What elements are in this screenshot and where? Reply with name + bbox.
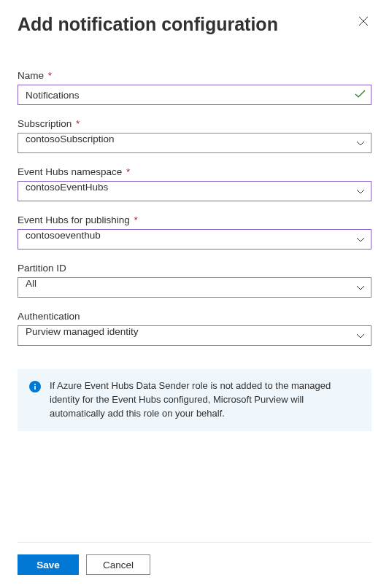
name-label: Name * xyxy=(18,70,371,81)
subscription-label-text: Subscription xyxy=(18,118,72,129)
save-button[interactable]: Save xyxy=(18,554,79,575)
field-eventhubs-publishing: Event Hubs for publishing * contosoevent… xyxy=(18,214,371,249)
eventhubs-namespace-label-text: Event Hubs namespace xyxy=(18,166,122,177)
field-name: Name * xyxy=(18,70,371,105)
authentication-label-text: Authentication xyxy=(18,311,80,322)
partition-id-select[interactable]: All xyxy=(18,277,371,298)
eventhubs-namespace-select[interactable]: contosoEventHubs xyxy=(18,181,371,201)
field-partition-id: Partition ID All xyxy=(18,263,371,298)
field-authentication: Authentication Purview managed identity xyxy=(18,311,371,346)
subscription-select-wrapper: contosoSubscription xyxy=(18,133,371,153)
authentication-select-wrapper: Purview managed identity xyxy=(18,325,371,346)
eventhubs-publishing-select-wrapper: contosoeventhub xyxy=(18,229,371,249)
panel-header: Add notification configuration xyxy=(18,13,371,35)
check-icon xyxy=(355,88,366,101)
close-button[interactable] xyxy=(355,13,371,29)
info-icon xyxy=(29,381,41,392)
partition-id-select-wrapper: All xyxy=(18,277,371,298)
partition-id-label-text: Partition ID xyxy=(18,263,66,274)
name-input[interactable] xyxy=(18,85,371,105)
svg-point-0 xyxy=(34,384,36,385)
info-text: If Azure Event Hubs Data Sender role is … xyxy=(50,379,360,421)
eventhubs-publishing-select[interactable]: contosoeventhub xyxy=(18,229,371,249)
authentication-select[interactable]: Purview managed identity xyxy=(18,325,371,346)
partition-id-label: Partition ID xyxy=(18,263,371,274)
page-title: Add notification configuration xyxy=(18,13,278,35)
required-mark: * xyxy=(134,214,138,225)
footer: Save Cancel xyxy=(18,542,371,575)
field-eventhubs-namespace: Event Hubs namespace * contosoEventHubs xyxy=(18,166,371,201)
required-mark: * xyxy=(48,70,52,81)
eventhubs-publishing-label-text: Event Hubs for publishing xyxy=(18,214,130,225)
name-input-wrapper xyxy=(18,85,371,105)
cancel-button[interactable]: Cancel xyxy=(86,554,150,575)
required-mark: * xyxy=(126,166,130,177)
name-label-text: Name xyxy=(18,70,44,81)
required-mark: * xyxy=(76,118,80,129)
close-icon xyxy=(358,16,369,26)
subscription-select[interactable]: contosoSubscription xyxy=(18,133,371,153)
info-box: If Azure Event Hubs Data Sender role is … xyxy=(18,369,371,431)
svg-rect-1 xyxy=(34,386,36,390)
authentication-label: Authentication xyxy=(18,311,371,322)
eventhubs-publishing-label: Event Hubs for publishing * xyxy=(18,214,371,225)
subscription-label: Subscription * xyxy=(18,118,371,129)
eventhubs-namespace-label: Event Hubs namespace * xyxy=(18,166,371,177)
field-subscription: Subscription * contosoSubscription xyxy=(18,118,371,153)
eventhubs-namespace-select-wrapper: contosoEventHubs xyxy=(18,181,371,201)
